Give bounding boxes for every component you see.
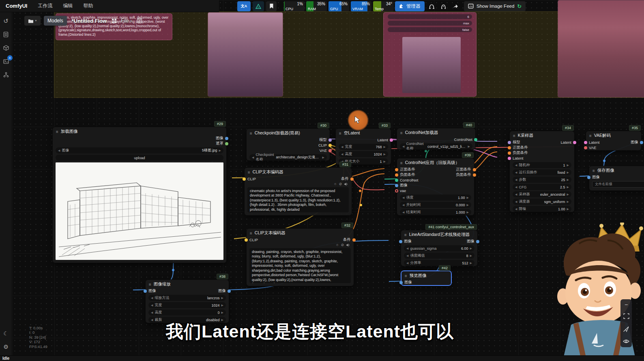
node-widget[interactable]: ◀运行后操作fixed▶ bbox=[513, 169, 571, 175]
sidebar-item-queue[interactable]: ↺ bbox=[1, 16, 11, 26]
port-dot[interactable] bbox=[640, 141, 643, 144]
node-menu-icon[interactable]: ≡ bbox=[339, 131, 341, 136]
fit-view-button[interactable] bbox=[623, 313, 629, 319]
node-widget[interactable]: ◀降噪1.00▶ bbox=[513, 206, 571, 212]
manager-button[interactable]: 管理器 bbox=[395, 1, 425, 11]
port-dot[interactable] bbox=[390, 138, 393, 142]
toggle-links-visibility-button[interactable] bbox=[623, 339, 629, 344]
node-menu-icon[interactable]: ≡ bbox=[56, 130, 58, 134]
node-widget[interactable]: ◀调度器sgm_uniform▶ bbox=[513, 199, 571, 205]
increment-arrow-icon[interactable]: ▶ bbox=[384, 160, 386, 163]
port-dot[interactable] bbox=[508, 146, 511, 149]
node-widget[interactable]: ◀宽度768▶ bbox=[339, 144, 388, 150]
node-menu-icon[interactable]: ≡ bbox=[250, 231, 252, 236]
node-vae-decode[interactable]: #35≡VAE解码Latent图像VAE bbox=[586, 131, 642, 151]
node-preview-image[interactable]: #42≡预览图像图像 bbox=[401, 271, 451, 285]
increment-arrow-icon[interactable]: ▶ bbox=[470, 262, 472, 265]
port-dot[interactable] bbox=[328, 138, 332, 142]
sidebar-item-outputs[interactable]: 4 bbox=[1, 56, 11, 66]
save-button[interactable] bbox=[137, 18, 142, 24]
port-dot[interactable] bbox=[584, 141, 587, 144]
node-menu-icon[interactable]: ≡ bbox=[250, 131, 252, 136]
hairdryer-alt-icon-button[interactable] bbox=[439, 1, 449, 11]
node-widget[interactable]: ◀guassian_sigma6.00▶ bbox=[404, 245, 474, 251]
zoom-out-button[interactable]: − bbox=[625, 303, 628, 306]
node-menu-icon[interactable]: ≡ bbox=[589, 134, 592, 138]
increment-arrow-icon[interactable]: ▶ bbox=[567, 178, 569, 182]
decrement-arrow-icon[interactable]: ◀ bbox=[515, 193, 517, 196]
upload-button[interactable]: upload bbox=[56, 155, 223, 161]
menu-edit[interactable]: 编辑 bbox=[63, 2, 73, 9]
increment-arrow-icon[interactable]: ▶ bbox=[567, 193, 569, 196]
menu-help[interactable]: 帮助 bbox=[83, 2, 93, 9]
increment-arrow-icon[interactable]: ▶ bbox=[567, 200, 569, 203]
port-dot[interactable] bbox=[587, 176, 590, 179]
node-menu-icon[interactable]: ≡ bbox=[513, 134, 515, 138]
select-cursor-button[interactable] bbox=[623, 326, 629, 332]
port-dot[interactable] bbox=[508, 157, 511, 160]
sidebar-item-node-library[interactable] bbox=[1, 70, 11, 80]
decrement-arrow-icon[interactable]: ◀ bbox=[151, 304, 153, 307]
port-dot[interactable] bbox=[395, 173, 398, 177]
increment-arrow-icon[interactable]: ▶ bbox=[384, 145, 386, 149]
speaker-icon[interactable] bbox=[346, 243, 350, 247]
decrement-arrow-icon[interactable]: ◀ bbox=[515, 200, 517, 203]
port-dot[interactable] bbox=[228, 290, 231, 293]
node-menu-icon[interactable]: ≡ bbox=[149, 282, 151, 287]
decrement-arrow-icon[interactable]: ◀ bbox=[58, 149, 60, 152]
node-clip-encode-positive[interactable]: #31≡CLIP文本编码器CLIP条件○⊘cinematic photo An … bbox=[244, 167, 352, 216]
canvas-toggle-button[interactable] bbox=[253, 1, 264, 11]
decrement-arrow-icon[interactable]: ◀ bbox=[341, 153, 343, 156]
theme-toggle[interactable]: ☾ bbox=[1, 329, 11, 338]
node-save-image[interactable]: ≡保存图像图像文件名前缀 bbox=[589, 166, 644, 191]
show-image-feed-button[interactable]: Show Image Feed ↻ bbox=[464, 1, 526, 11]
decrement-arrow-icon[interactable]: ◀ bbox=[402, 145, 404, 148]
port-dot[interactable] bbox=[395, 184, 398, 187]
grid-view-button[interactable] bbox=[112, 18, 117, 24]
decrement-arrow-icon[interactable]: ◀ bbox=[406, 262, 408, 265]
radio-icon[interactable]: ○ bbox=[334, 182, 336, 186]
node-widget[interactable]: ◀高度0▶ bbox=[148, 309, 226, 316]
decrement-arrow-icon[interactable]: ◀ bbox=[252, 156, 254, 159]
node-widget[interactable]: ◀图像5楼图.jpg▶ bbox=[56, 147, 223, 153]
decrement-arrow-icon[interactable]: ◀ bbox=[402, 211, 404, 214]
increment-arrow-icon[interactable]: ▶ bbox=[322, 156, 324, 159]
workflow-folder-button[interactable]: ▼ bbox=[24, 16, 41, 26]
workflow-tab-name[interactable]: *Untitled Flow bbox=[72, 18, 107, 24]
node-widget[interactable]: ◀开始时间0.000▶ bbox=[400, 202, 471, 208]
decrement-arrow-icon[interactable]: ◀ bbox=[402, 196, 404, 199]
port-dot[interactable] bbox=[395, 168, 398, 171]
node-widget[interactable]: ◀缩放方法lanczos▶ bbox=[148, 295, 226, 301]
file-menu[interactable]: File∨ bbox=[121, 18, 133, 24]
node-menu-icon[interactable]: ≡ bbox=[248, 170, 250, 175]
decrement-arrow-icon[interactable]: ◀ bbox=[402, 203, 404, 207]
increment-arrow-icon[interactable]: ▶ bbox=[467, 196, 469, 199]
node-checkpoint-loader[interactable]: #30≡Checkpoint加载器(简易)模型CLIPVAE◀Checkpoin… bbox=[246, 128, 330, 161]
node-widget[interactable]: ◀强度1.00▶ bbox=[400, 195, 471, 201]
node-widget[interactable]: ◀CFG2.5▶ bbox=[513, 184, 571, 190]
increment-arrow-icon[interactable]: ▶ bbox=[567, 208, 569, 211]
port-dot[interactable] bbox=[573, 141, 576, 144]
bypass-icon[interactable]: ⊘ bbox=[339, 182, 342, 186]
decrement-arrow-icon[interactable]: ◀ bbox=[515, 164, 517, 167]
node-menu-icon[interactable]: ≡ bbox=[405, 274, 407, 278]
decrement-arrow-icon[interactable]: ◀ bbox=[406, 247, 408, 250]
node-menu-icon[interactable]: ≡ bbox=[404, 233, 407, 237]
port-dot[interactable] bbox=[352, 238, 356, 242]
increment-arrow-icon[interactable]: ▶ bbox=[470, 247, 472, 250]
node-widget[interactable]: ◀宽度1024▶ bbox=[148, 302, 226, 308]
node-widget[interactable]: ◀高度1024▶ bbox=[339, 151, 388, 157]
decrement-arrow-icon[interactable]: ◀ bbox=[341, 145, 343, 149]
port-dot[interactable] bbox=[350, 177, 354, 181]
port-dot[interactable] bbox=[395, 189, 398, 192]
node-widget[interactable]: ◀Checkpoint名称architecutre_design元境建筑-Yua… bbox=[249, 154, 327, 160]
decrement-arrow-icon[interactable]: ◀ bbox=[515, 208, 517, 211]
increment-arrow-icon[interactable]: ▶ bbox=[467, 211, 469, 214]
speaker-icon[interactable] bbox=[344, 182, 348, 186]
port-dot[interactable] bbox=[328, 149, 332, 152]
port-dot[interactable] bbox=[245, 238, 248, 242]
node-menu-icon[interactable]: ≡ bbox=[400, 161, 403, 165]
models-button[interactable]: Models bbox=[44, 16, 67, 26]
hairdryer-icon-button[interactable] bbox=[427, 1, 437, 11]
port-dot[interactable] bbox=[508, 151, 511, 155]
